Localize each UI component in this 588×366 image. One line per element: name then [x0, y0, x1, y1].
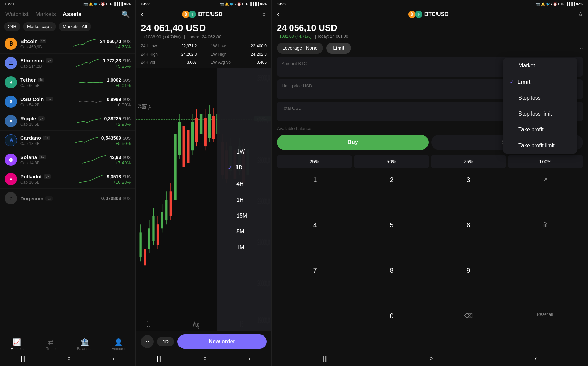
back-btn-2[interactable]: ‹	[249, 355, 251, 362]
more-options-button[interactable]: ···	[577, 44, 583, 52]
order-type-button[interactable]: Limit	[326, 43, 351, 54]
key-6[interactable]: 6	[430, 217, 506, 261]
tf-1w[interactable]: 1W	[217, 144, 271, 160]
home-btn-1[interactable]: ○	[67, 355, 71, 362]
asset-row-usdt[interactable]: ₮ Tether 4x Cap 66,5B 1,0002 $US +0.01%	[0, 73, 135, 92]
nav-balances-tab[interactable]: 🏦 Balances	[68, 338, 102, 351]
nav-account-tab[interactable]: 👤 Account	[101, 338, 135, 351]
back-button-2[interactable]: ‹	[141, 10, 143, 18]
filter-sort[interactable]: Market cap ↓	[23, 22, 56, 31]
key-5[interactable]: 5	[354, 217, 430, 261]
key-4[interactable]: 4	[277, 217, 353, 261]
svg-text:Jul: Jul	[147, 320, 151, 329]
order-type-take-profit[interactable]: Take profit	[503, 122, 577, 138]
s3-title: ₿ $ BTC/USD	[408, 11, 449, 18]
filter-market[interactable]: Markets · All	[59, 22, 91, 31]
leverage-button[interactable]: Leverage · None	[277, 43, 323, 54]
menu-btn-2[interactable]: |||	[157, 355, 162, 362]
tf-5m[interactable]: 5M	[217, 224, 271, 240]
asset-row-usdc[interactable]: $ USD Coin 5x Cap 54,2B 0,9999 $US 0.00%	[0, 92, 135, 111]
xrp-icon: ✕	[5, 115, 17, 127]
time-3: 13:32	[277, 2, 286, 6]
back-btn-3[interactable]: ‹	[535, 355, 537, 362]
btc-chart	[73, 38, 97, 50]
nav-markets-tab[interactable]: 📈 Markets	[0, 338, 34, 351]
back-btn-1[interactable]: ‹	[113, 355, 115, 362]
key-0[interactable]: 0	[354, 307, 430, 352]
status-icons-1: 📷 🔔 🐦 • ⏰ LTE ▐▐▐▐ 86%	[83, 2, 131, 6]
s3-price: 24 056,10 USD +1082.08 (+4.71%) | Today:…	[272, 21, 588, 39]
nav-watchlist[interactable]: Watchlist	[5, 11, 29, 18]
s2-bottom-bar: 〰 1D New order	[136, 331, 271, 352]
nav-markets[interactable]: Markets	[35, 11, 56, 18]
android-nav-2: ||| ○ ‹	[136, 352, 271, 366]
s2-stats: 24H Low 22,971.2 1W Low 22,400.0 24H Hig…	[136, 40, 271, 68]
s2-title: ₿ $ BTC/USD	[182, 11, 222, 18]
tf-1m[interactable]: 1M	[217, 240, 271, 256]
favorite-button-3[interactable]: ☆	[577, 11, 583, 18]
eth-chart	[76, 57, 99, 69]
status-bar-3: 13:32 📷 🔔 🐦 • ⏰ LTE ▐▐▐▐ 87%	[272, 0, 588, 7]
home-btn-3[interactable]: ○	[430, 355, 433, 362]
key-1[interactable]: 1	[277, 171, 353, 216]
btc-icon: ₿	[5, 38, 17, 50]
key-2[interactable]: 2	[354, 171, 430, 216]
home-btn-2[interactable]: ○	[203, 355, 207, 362]
filter-period[interactable]: 24H	[4, 22, 20, 31]
android-nav-3: ||| ○ ‹	[272, 352, 588, 366]
key-trend[interactable]: ↗	[507, 171, 583, 216]
new-order-button[interactable]: New order	[177, 334, 267, 349]
tf-4h[interactable]: 4H	[217, 176, 271, 192]
asset-row-btc[interactable]: ₿ Bitcoin 5x Cap 460,9B 24 060,70 $US +4…	[0, 34, 135, 54]
menu-btn-1[interactable]: |||	[21, 355, 25, 362]
key-dot[interactable]: .	[277, 307, 353, 352]
asset-list: ₿ Bitcoin 5x Cap 460,9B 24 060,70 $US +4…	[0, 34, 135, 335]
asset-row-dot[interactable]: ● Polkadot 3x Cap 10,5B 9,3518 $US +10.2…	[0, 169, 135, 189]
order-type-market[interactable]: Market	[503, 58, 577, 74]
asset-row-xrp[interactable]: ✕ Ripple 5x Cap 18,5B 0,38235 $US +2.98%	[0, 111, 135, 131]
tf-15m[interactable]: 15M	[217, 208, 271, 224]
key-9[interactable]: 9	[430, 262, 506, 307]
key-list[interactable]: ≡	[507, 262, 583, 307]
timeframe-dropdown: 1W ✓ 1D 4H 1H 15M 5M	[217, 68, 271, 331]
key-3[interactable]: 3	[430, 171, 506, 216]
time-1: 13:37	[5, 2, 14, 6]
s2-header: ‹ ₿ $ BTC/USD ☆	[136, 7, 271, 21]
tf-1d[interactable]: ✓ 1D	[217, 160, 271, 176]
pct-75[interactable]: 75%	[431, 155, 506, 168]
sol-icon: ◎	[5, 154, 17, 166]
price-change-2: +1088.90 (+4.74%) | Index 24 062,80	[141, 34, 267, 39]
pct-50[interactable]: 50%	[354, 155, 429, 168]
back-button-3[interactable]: ‹	[277, 10, 279, 18]
nav-assets[interactable]: Assets	[63, 11, 82, 18]
eth-icon: Ξ	[5, 57, 17, 69]
key-reset[interactable]: Reset all	[507, 307, 583, 352]
pct-100[interactable]: 100%	[508, 155, 583, 168]
order-type-take-profit-limit[interactable]: Take profit limit	[503, 138, 577, 154]
key-8[interactable]: 8	[354, 262, 430, 307]
pct-25[interactable]: 25%	[277, 155, 352, 168]
phone-assets: 13:37 📷 🔔 🐦 • ⏰ LTE ▐▐▐▐ 86% Watchlist M…	[0, 0, 136, 366]
asset-row-partial[interactable]: ? Dogecoin 5x 0,070808 $US	[0, 189, 135, 208]
menu-btn-3[interactable]: |||	[323, 355, 328, 362]
usdt-icon: ₮	[5, 76, 17, 88]
chart-type-btn[interactable]: 〰	[141, 335, 154, 348]
status-bar-1: 13:37 📷 🔔 🐦 • ⏰ LTE ▐▐▐▐ 86%	[0, 0, 135, 7]
buy-button[interactable]: Buy	[277, 135, 429, 150]
asset-row-eth[interactable]: Ξ Ethereum 5x Cap 214,2B 1 772,33 $US +5…	[0, 54, 135, 73]
key-delete[interactable]: 🗑	[507, 217, 583, 261]
order-type-stop-loss-limit[interactable]: Stop loss limit	[503, 106, 577, 122]
order-type-limit[interactable]: ✓ Limit	[503, 74, 577, 90]
order-type-stop-loss[interactable]: Stop loss	[503, 90, 577, 106]
search-icon[interactable]: 🔍	[121, 10, 130, 18]
current-tf-btn[interactable]: 1D	[157, 337, 174, 346]
asset-row-ada[interactable]: ₳ Cardano 4x Cap 18,4B 0,543509 $US +5.5…	[0, 131, 135, 150]
key-7[interactable]: 7	[277, 262, 353, 307]
nav-trade-tab[interactable]: ⇄ Trade	[34, 338, 68, 351]
btc-icon-3: ₿	[408, 11, 416, 18]
key-backspace[interactable]: ⌫	[430, 307, 506, 352]
ada-icon: ₳	[5, 134, 17, 146]
favorite-button-2[interactable]: ☆	[261, 11, 267, 18]
asset-row-sol[interactable]: ◎ Solana 4x Cap 14,8B 42,93 $US +7.49%	[0, 150, 135, 169]
tf-1h[interactable]: 1H	[217, 192, 271, 208]
